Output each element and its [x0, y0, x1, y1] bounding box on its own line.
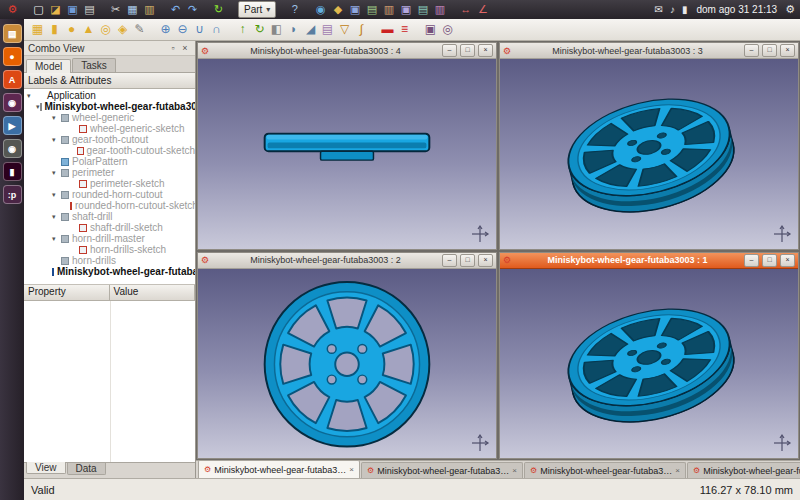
copy-icon[interactable]: ▦	[125, 2, 140, 17]
boolean-icon[interactable]: ⊕	[158, 22, 173, 37]
left-view-icon[interactable]: ▥	[432, 2, 447, 17]
bottom-view-icon[interactable]: ▤	[415, 2, 430, 17]
window-titlebar[interactable]: ⚙ Miniskybot-wheel-gear-futaba3003 : 3 –…	[500, 43, 798, 59]
tab-tasks[interactable]: Tasks	[72, 58, 116, 72]
boolean-cut-icon[interactable]: ⊖	[175, 22, 190, 37]
loft-icon[interactable]: ▽	[337, 22, 352, 37]
top-view-icon[interactable]: ▤	[364, 2, 379, 17]
3d-viewport[interactable]	[198, 269, 496, 459]
minimize-button[interactable]: –	[744, 44, 759, 57]
tree-item[interactable]: horn-drills	[24, 255, 195, 266]
offset-icon[interactable]: ▣	[423, 22, 438, 37]
clock[interactable]: dom ago 31 21:13	[697, 4, 778, 15]
workbench-selector[interactable]: Part ▾	[238, 1, 276, 18]
tree-item[interactable]: ▾ shaft-drill	[24, 211, 195, 222]
document-tab[interactable]: ⚙ Miniskybot-wheel-gear-futaba3003 : 3 ×	[524, 462, 686, 478]
primitives-icon[interactable]: ◈	[115, 22, 130, 37]
tree-expander-icon[interactable]: ▾	[52, 136, 61, 144]
whats-this-icon[interactable]: ?	[287, 2, 302, 17]
launcher-software-center[interactable]: A	[3, 70, 22, 89]
minimize-button[interactable]: –	[442, 44, 457, 57]
maximize-button[interactable]: □	[460, 44, 475, 57]
close-icon[interactable]: ×	[675, 466, 680, 475]
launcher-media-player[interactable]: ▶	[3, 116, 22, 135]
minimize-button[interactable]: –	[442, 254, 457, 267]
tree-expander-icon[interactable]: ▾	[52, 213, 61, 221]
tree-item[interactable]: gear-tooth-cutout-sketch	[24, 145, 195, 156]
close-icon[interactable]: ×	[349, 465, 354, 474]
extrude-icon[interactable]: ↑	[235, 22, 250, 37]
value-column-header[interactable]: Value	[110, 285, 196, 300]
session-menu-icon[interactable]: ⚙	[785, 3, 795, 16]
launcher-files[interactable]: ▤	[3, 24, 22, 43]
indicator-battery-icon[interactable]: ▮	[682, 4, 688, 15]
cut-icon[interactable]: ✂	[108, 2, 123, 17]
box-icon[interactable]: ▦	[30, 22, 45, 37]
measure-linear-icon[interactable]: ↔	[458, 2, 473, 17]
shape-builder-icon[interactable]: ✎	[132, 22, 147, 37]
tree-item[interactable]: horn-drills-sketch	[24, 244, 195, 255]
measure-angular-icon[interactable]: ∠	[475, 2, 490, 17]
tree-item[interactable]: ▾ perimeter	[24, 167, 195, 178]
tree-item[interactable]: shaft-drill-sketch	[24, 222, 195, 233]
save-document-icon[interactable]: ▣	[65, 2, 80, 17]
launcher-terminal[interactable]: ▮	[3, 162, 22, 181]
tree-expander-icon[interactable]: ▾	[52, 114, 61, 122]
tree-item[interactable]: ▾ rounded-horn-cutout	[24, 189, 195, 200]
freecad-icon[interactable]: ⚙	[5, 2, 20, 17]
tree-item[interactable]: Miniskybot-wheel-gear-futaba3003-final	[24, 266, 195, 277]
launcher-ubuntu-one[interactable]: ◉	[3, 93, 22, 112]
window-titlebar[interactable]: ⚙ Miniskybot-wheel-gear-futaba3003 : 4 –…	[198, 43, 496, 59]
refresh-icon[interactable]: ↻	[211, 2, 226, 17]
tab-view[interactable]: View	[26, 462, 66, 474]
front-view-icon[interactable]: ▣	[347, 2, 362, 17]
dock-float-button[interactable]: ▫	[167, 43, 179, 53]
tree-expander-icon[interactable]: ▾	[27, 92, 36, 100]
tree-expander-icon[interactable]: ▾	[52, 191, 61, 199]
sphere-icon[interactable]: ●	[64, 22, 79, 37]
maximize-button[interactable]: □	[460, 254, 475, 267]
right-view-icon[interactable]: ▥	[381, 2, 396, 17]
property-editor[interactable]	[24, 301, 195, 462]
indicator-messages-icon[interactable]: ✉	[655, 4, 663, 15]
cylinder-icon[interactable]: ▮	[47, 22, 62, 37]
property-column-header[interactable]: Property	[24, 285, 110, 300]
open-document-icon[interactable]: ◪	[48, 2, 63, 17]
3d-viewport[interactable]	[500, 269, 798, 459]
union-icon[interactable]: ∪	[192, 22, 207, 37]
tree-item[interactable]: ▾ Miniskybot-wheel-gear-futaba3003	[24, 101, 195, 112]
print-icon[interactable]: ▤	[82, 2, 97, 17]
launcher-screenshot[interactable]: ◉	[3, 139, 22, 158]
axonometric-view-icon[interactable]: ◆	[330, 2, 345, 17]
close-button[interactable]: ×	[478, 254, 493, 267]
launcher-firefox[interactable]: ●	[3, 47, 22, 66]
tree-item[interactable]: ▾ horn-drill-master	[24, 233, 195, 244]
maximize-button[interactable]: □	[762, 44, 777, 57]
rear-view-icon[interactable]: ▣	[398, 2, 413, 17]
tree-item[interactable]: perimeter-sketch	[24, 178, 195, 189]
window-titlebar[interactable]: ⚙ Miniskybot-wheel-gear-futaba3003 : 1 –…	[500, 253, 798, 269]
thickness-icon[interactable]: ◎	[440, 22, 455, 37]
tree-item[interactable]: ▾ gear-tooth-cutout	[24, 134, 195, 145]
redo-icon[interactable]: ↷	[185, 2, 200, 17]
revolve-icon[interactable]: ↻	[252, 22, 267, 37]
maximize-button[interactable]: □	[762, 254, 777, 267]
new-document-icon[interactable]: ▢	[31, 2, 46, 17]
tree-item[interactable]: rounded-horn-cutout-sketch	[24, 200, 195, 211]
tab-data[interactable]: Data	[67, 463, 106, 475]
chamfer-icon[interactable]: ◢	[303, 22, 318, 37]
undo-icon[interactable]: ↶	[168, 2, 183, 17]
minimize-button[interactable]: –	[744, 254, 759, 267]
indicator-sound-icon[interactable]: ♪	[670, 4, 675, 15]
close-button[interactable]: ×	[478, 44, 493, 57]
cone-icon[interactable]: ▲	[81, 22, 96, 37]
window-titlebar[interactable]: ⚙ Miniskybot-wheel-gear-futaba3003 : 2 –…	[198, 253, 496, 269]
mirror-icon[interactable]: ◧	[269, 22, 284, 37]
close-icon[interactable]: ×	[512, 466, 517, 475]
tree-expander-icon[interactable]: ▾	[52, 235, 61, 243]
section-icon[interactable]: ▬	[380, 22, 395, 37]
tree-item[interactable]: wheel-generic-sketch	[24, 123, 195, 134]
launcher-pdf-app[interactable]: :p	[3, 185, 22, 204]
tab-model[interactable]: Model	[26, 59, 71, 73]
dock-close-button[interactable]: ×	[179, 43, 191, 53]
